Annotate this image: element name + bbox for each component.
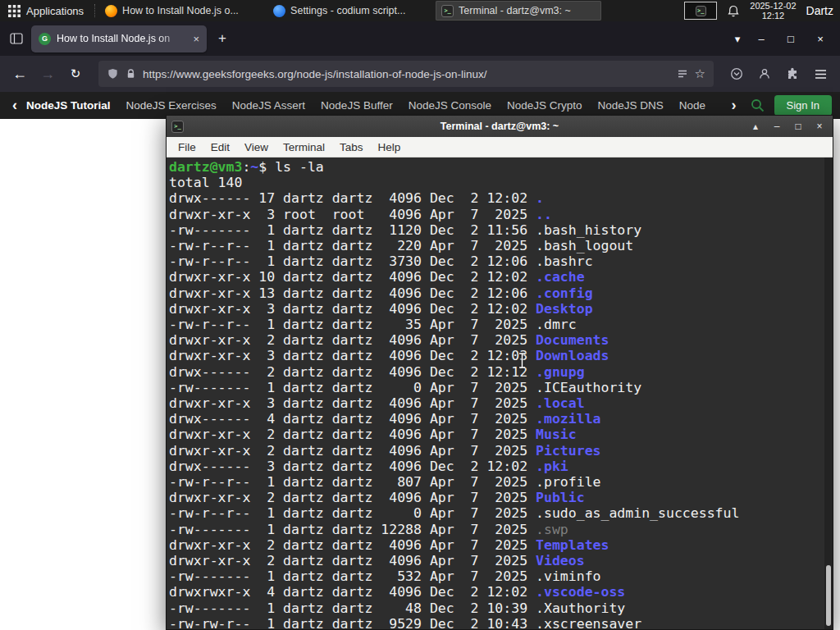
nav-scroll-right-icon[interactable]: ›: [728, 97, 741, 114]
ls-filename: .xscreensaver: [536, 616, 641, 629]
terminal-minimize-button[interactable]: –: [769, 121, 785, 132]
menu-edit[interactable]: Edit: [203, 141, 237, 153]
gfg-nav-link[interactable]: NodeJS Exercises: [126, 99, 217, 112]
ls-meta: -rw-r--r-- 1 dartz dartz 807 Apr 7 2025: [169, 474, 536, 490]
applications-grid-icon: [8, 5, 21, 17]
ls-line: drwxr-xr-x 2 dartz dartz 4096 Apr 7 2025…: [169, 427, 833, 442]
clock-time: 12:12: [750, 11, 796, 21]
gfg-nav-link[interactable]: NodeJS Crypto: [507, 99, 582, 112]
ls-line: drwxr-xr-x 2 dartz dartz 4096 Apr 7 2025…: [169, 537, 833, 553]
terminal-icon: >_: [441, 5, 454, 17]
ls-line: drwxr-xr-x 2 dartz dartz 4096 Apr 7 2025…: [169, 490, 833, 505]
taskbar-button-codium[interactable]: Settings - codium script...: [267, 1, 433, 21]
search-icon[interactable]: [751, 98, 765, 112]
ls-line: drwxr-xr-x 2 dartz dartz 4096 Apr 7 2025…: [169, 443, 833, 459]
ls-filename: Desktop: [536, 301, 593, 317]
terminal-scrollbar[interactable]: [824, 158, 833, 629]
ls-meta: drwx------ 2 dartz dartz 4096 Dec 2 12:1…: [169, 364, 536, 380]
scrollbar-thumb[interactable]: [826, 565, 831, 626]
ls-line: drwxr-xr-x 3 dartz dartz 4096 Dec 2 12:0…: [169, 348, 833, 363]
applications-menu[interactable]: Applications: [0, 0, 92, 21]
navigation-toolbar: ← → ↻ https://www.geeksforgeeks.org/node…: [0, 56, 840, 92]
terminal-maximize-button[interactable]: □: [790, 121, 806, 132]
ls-meta: drwxr-xr-x 2 dartz dartz 4096 Apr 7 2025: [169, 443, 536, 459]
ls-meta: drwxr-xr-x 3 root root 4096 Apr 7 2025: [169, 207, 536, 222]
forward-button[interactable]: →: [34, 61, 61, 87]
pocket-icon[interactable]: [724, 61, 750, 87]
ls-meta: drwxr-xr-x 2 dartz dartz 4096 Apr 7 2025: [169, 427, 536, 442]
lock-icon[interactable]: [126, 68, 136, 80]
tracking-shield-icon[interactable]: [107, 67, 119, 80]
browser-minimize-button[interactable]: –: [753, 33, 769, 45]
tab-bar: G How to Install Node.js on × + ▾ – □ ×: [0, 21, 840, 56]
prompt-command: ls -la: [275, 159, 324, 175]
ls-meta: drwxr-xr-x 3 dartz dartz 4096 Dec 2 12:0…: [169, 348, 536, 363]
gfg-nav-right: › Sign In: [724, 95, 832, 116]
gfg-nav-link[interactable]: NodeJS Buffer: [321, 99, 393, 112]
menu-hamburger-icon[interactable]: [807, 61, 833, 87]
ls-filename: Downloads: [536, 348, 609, 363]
extensions-puzzle-icon[interactable]: [779, 61, 806, 87]
bookmark-star-icon[interactable]: ☆: [695, 66, 705, 81]
ls-meta: -rw------- 1 dartz dartz 48 Dec 2 10:39: [169, 600, 536, 616]
reload-button[interactable]: ↻: [62, 61, 89, 87]
ls-meta: -rw------- 1 dartz dartz 1120 Dec 2 11:5…: [169, 222, 536, 238]
back-button[interactable]: ←: [7, 61, 33, 87]
terminal-window: >_ Terminal - dartz@vm3: ~ ▴ – □ × FileE…: [166, 115, 833, 630]
ls-filename: ..: [536, 207, 552, 222]
taskbar-button-terminal[interactable]: >_ Terminal - dartz@vm3: ~: [436, 1, 601, 21]
url-bar[interactable]: https://www.geeksforgeeks.org/node-js/in…: [98, 61, 714, 87]
terminal-title: Terminal - dartz@vm3: ~: [167, 121, 833, 132]
ls-filename: Videos: [536, 553, 585, 568]
window-taskbar: How to Install Node.js o... Settings - c…: [98, 0, 601, 21]
nav-scroll-left-icon[interactable]: ‹: [8, 97, 21, 114]
gfg-nav-link[interactable]: NodeJS DNS: [598, 99, 664, 112]
browser-close-button[interactable]: ×: [812, 33, 829, 45]
browser-maximize-button[interactable]: □: [783, 33, 799, 45]
user-label: Dartz: [806, 4, 833, 17]
desktop: Applications How to Install Node.js o...…: [0, 0, 840, 630]
terminal-menubar: FileEditViewTerminalTabsHelp: [167, 137, 833, 158]
ls-filename: .cache: [536, 269, 585, 285]
panel-clock[interactable]: 2025-12-02 12:12: [750, 1, 796, 21]
reader-view-icon[interactable]: [677, 68, 688, 80]
new-tab-button[interactable]: +: [211, 27, 234, 50]
prompt-line: dartz@vm3:~$ ls -la: [169, 159, 833, 175]
terminal-screen[interactable]: dartz@vm3:~$ ls -la total 140 drwx------…: [167, 158, 833, 629]
ls-meta: drwxr-xr-x 13 dartz dartz 4096 Dec 2 12:…: [169, 285, 536, 301]
menu-tabs[interactable]: Tabs: [332, 141, 371, 153]
ls-meta: -rw-r--r-- 1 dartz dartz 220 Apr 7 2025: [169, 238, 536, 253]
ls-filename: .bash_history: [536, 222, 641, 238]
gfg-nav-link[interactable]: NodeJS Assert: [232, 99, 305, 112]
gfg-nav-link[interactable]: NodeJS Tutorial: [26, 99, 111, 112]
terminal-shade-button[interactable]: ▴: [747, 121, 764, 132]
ls-line: drwxr-xr-x 10 dartz dartz 4096 Dec 2 12:…: [169, 269, 833, 285]
sign-in-button[interactable]: Sign In: [774, 95, 832, 116]
ls-line: drwxrwxr-x 4 dartz dartz 4096 Dec 2 12:0…: [169, 584, 833, 600]
browser-window-controls: – □ ×: [750, 33, 835, 45]
notification-bell-icon[interactable]: [727, 4, 740, 18]
ls-meta: drwxr-xr-x 3 dartz dartz 4096 Apr 7 2025: [169, 395, 536, 411]
browser-tab[interactable]: G How to Install Node.js on ×: [31, 25, 207, 52]
ls-line: drwx------ 17 dartz dartz 4096 Dec 2 12:…: [169, 190, 833, 206]
list-tabs-chevron-icon[interactable]: ▾: [729, 33, 746, 45]
ls-meta: -rw------- 1 dartz dartz 12288 Apr 7 202…: [169, 522, 536, 537]
menu-help[interactable]: Help: [371, 141, 409, 153]
tray-terminal-icon[interactable]: >_: [684, 2, 717, 20]
terminal-titlebar[interactable]: >_ Terminal - dartz@vm3: ~ ▴ – □ ×: [167, 116, 833, 137]
menu-view[interactable]: View: [237, 141, 276, 153]
menu-terminal[interactable]: Terminal: [276, 141, 332, 153]
ls-line: drwxr-xr-x 3 dartz dartz 4096 Dec 2 12:0…: [169, 301, 833, 317]
gfg-nav-link[interactable]: NodeJS Console: [409, 99, 491, 112]
panel-separator: [94, 4, 95, 17]
taskbar-button-firefox[interactable]: How to Install Node.js o...: [99, 1, 265, 21]
gfg-nav-link[interactable]: Node: [679, 99, 705, 112]
menu-file[interactable]: File: [171, 141, 203, 153]
firefox-view-icon[interactable]: [5, 28, 27, 50]
tab-close-icon[interactable]: ×: [191, 33, 199, 45]
url-text[interactable]: https://www.geeksforgeeks.org/node-js/in…: [143, 68, 670, 80]
account-icon[interactable]: [751, 61, 778, 87]
ls-meta: -rw-rw-r-- 1 dartz dartz 9529 Dec 2 10:4…: [169, 616, 536, 629]
terminal-close-button[interactable]: ×: [811, 121, 828, 132]
ls-line: drwxr-xr-x 2 dartz dartz 4096 Apr 7 2025…: [169, 332, 833, 348]
